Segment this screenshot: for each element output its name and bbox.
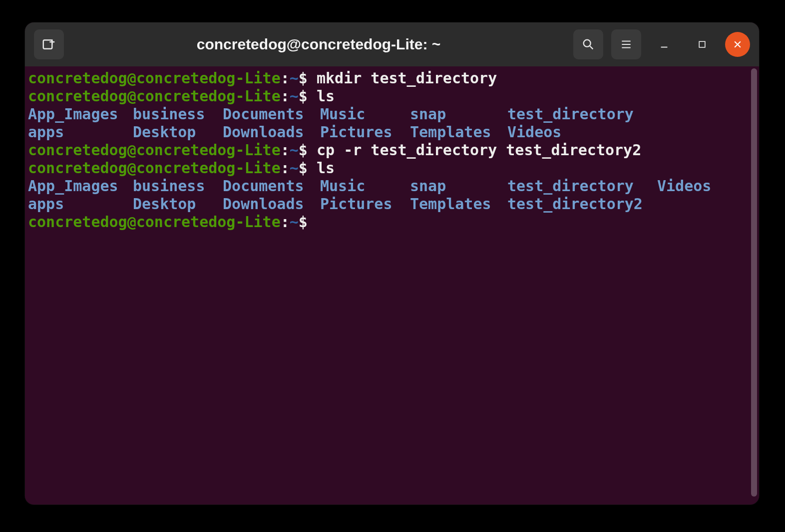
- new-tab-icon: [41, 37, 56, 52]
- prompt-line: concretedog@concretedog-Lite:~$ mkdir te…: [28, 69, 759, 87]
- svg-point-3: [584, 40, 591, 47]
- ls-entry: apps: [28, 123, 133, 141]
- ls-entry: Music: [320, 105, 410, 123]
- ls-entry: Desktop: [133, 123, 223, 141]
- close-icon: [733, 39, 743, 49]
- terminal-window: concretedog@concretedog-Lite: ~: [25, 22, 759, 505]
- command-text: cp -r test_directory test_directory2: [317, 141, 641, 159]
- ls-entry: test_directory: [507, 177, 657, 195]
- ls-entry: App_Images: [28, 105, 133, 123]
- prompt-line: concretedog@concretedog-Lite:~$: [28, 213, 759, 231]
- ls-row: appsDesktopDownloadsPicturesTemplatestes…: [28, 195, 759, 213]
- terminal-body[interactable]: concretedog@concretedog-Lite:~$ mkdir te…: [25, 66, 759, 505]
- prompt-line: concretedog@concretedog-Lite:~$ ls: [28, 159, 759, 177]
- menu-button[interactable]: [611, 29, 641, 59]
- ls-entry: Videos: [657, 177, 711, 195]
- ls-row: App_ImagesbusinessDocumentsMusicsnaptest…: [28, 177, 759, 195]
- svg-line-4: [590, 46, 593, 49]
- window-title: concretedog@concretedog-Lite: ~: [72, 36, 565, 53]
- ls-entry: business: [133, 177, 223, 195]
- ls-entry: snap: [410, 105, 507, 123]
- ls-row: appsDesktopDownloadsPicturesTemplatesVid…: [28, 123, 759, 141]
- ls-entry: Pictures: [320, 123, 410, 141]
- ls-entry: Videos: [507, 123, 657, 141]
- ls-entry: Documents: [223, 105, 320, 123]
- ls-entry: apps: [28, 195, 133, 213]
- command-text: mkdir test_directory: [317, 69, 497, 87]
- minimize-button[interactable]: [649, 29, 679, 59]
- scrollbar[interactable]: [751, 68, 757, 497]
- ls-entry: test_directory2: [507, 195, 657, 213]
- ls-entry: Desktop: [133, 195, 223, 213]
- command-text: ls: [317, 159, 335, 177]
- ls-entry: Documents: [223, 177, 320, 195]
- maximize-button[interactable]: [687, 29, 717, 59]
- close-button[interactable]: [725, 32, 750, 57]
- hamburger-icon: [620, 38, 633, 51]
- ls-entry: Music: [320, 177, 410, 195]
- ls-entry: Pictures: [320, 195, 410, 213]
- new-tab-button[interactable]: [34, 29, 64, 59]
- ls-entry: Downloads: [223, 123, 320, 141]
- ls-entry: Templates: [410, 123, 507, 141]
- ls-entry: test_directory: [507, 105, 657, 123]
- svg-rect-9: [699, 41, 705, 47]
- search-icon: [581, 37, 595, 51]
- ls-entry: Downloads: [223, 195, 320, 213]
- ls-entry: business: [133, 105, 223, 123]
- ls-entry: Templates: [410, 195, 507, 213]
- ls-row: App_ImagesbusinessDocumentsMusicsnaptest…: [28, 105, 759, 123]
- prompt-line: concretedog@concretedog-Lite:~$ ls: [28, 87, 759, 105]
- prompt-line: concretedog@concretedog-Lite:~$ cp -r te…: [28, 141, 759, 159]
- command-text: ls: [317, 87, 335, 105]
- titlebar: concretedog@concretedog-Lite: ~: [25, 22, 759, 67]
- ls-entry: snap: [410, 177, 507, 195]
- maximize-icon: [697, 39, 707, 49]
- search-button[interactable]: [573, 29, 603, 59]
- minimize-icon: [659, 39, 670, 50]
- ls-entry: App_Images: [28, 177, 133, 195]
